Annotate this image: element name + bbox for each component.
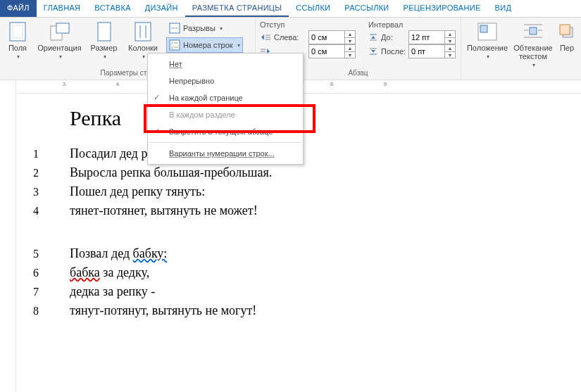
line-number: 7 bbox=[33, 282, 70, 301]
breaks-icon bbox=[169, 23, 180, 34]
svg-text:2: 2 bbox=[171, 45, 173, 49]
line-number: 1 bbox=[33, 144, 70, 163]
doc-line: 7дедка за репку - bbox=[33, 282, 581, 301]
size-label: Размер bbox=[91, 44, 118, 52]
spinner-down-icon[interactable]: ▼ bbox=[345, 52, 355, 58]
svg-rect-3 bbox=[56, 23, 69, 33]
spinner-up-icon[interactable]: ▲ bbox=[445, 31, 455, 38]
spacing-before-input[interactable] bbox=[409, 32, 444, 43]
columns-icon bbox=[132, 21, 154, 42]
line-number: 2 bbox=[33, 163, 70, 182]
svg-rect-26 bbox=[480, 25, 487, 32]
line-text: дедка за репку - bbox=[70, 282, 155, 301]
spacing-after-spinner[interactable]: ▲▼ bbox=[408, 44, 456, 58]
columns-label: Колонки bbox=[128, 44, 158, 52]
tab-bar: ФАЙЛ ГЛАВНАЯ ВСТАВКА ДИЗАЙН РАЗМЕТКА СТР… bbox=[0, 0, 581, 18]
line-numbers-label: Номера строк bbox=[183, 41, 233, 49]
spinner-up-icon[interactable]: ▲ bbox=[345, 31, 355, 38]
svg-rect-5 bbox=[135, 23, 151, 41]
line-number: 4 bbox=[33, 201, 70, 220]
spinner-down-icon[interactable]: ▼ bbox=[445, 38, 455, 44]
tab-references[interactable]: ССЫЛКИ bbox=[289, 0, 337, 17]
forward-label: Пер bbox=[560, 44, 574, 52]
line-text: бабка за дедку, bbox=[70, 263, 149, 282]
line-number: 6 bbox=[33, 263, 70, 282]
line-text: тянут-потянут, вытянуть не могут! bbox=[70, 301, 256, 320]
doc-line: 8тянут-потянут, вытянуть не могут! bbox=[33, 301, 581, 320]
svg-rect-4 bbox=[98, 23, 111, 41]
spinner-down-icon[interactable]: ▼ bbox=[345, 38, 355, 44]
chevron-down-icon: ▾ bbox=[17, 53, 20, 60]
line-text: Выросла репка большая-пребольшая. bbox=[70, 163, 272, 182]
tab-review[interactable]: РЕЦЕНЗИРОВАНИЕ bbox=[396, 0, 488, 17]
dd-separator bbox=[149, 142, 302, 143]
margins-icon bbox=[7, 21, 28, 42]
spacing-before-spinner[interactable]: ▲▼ bbox=[408, 30, 456, 44]
tab-design[interactable]: ДИЗАЙН bbox=[138, 0, 185, 17]
check-icon: ✓ bbox=[154, 93, 160, 102]
spacing-after-icon bbox=[368, 47, 378, 56]
indent-right-spinner[interactable]: ▲▼ bbox=[308, 44, 356, 58]
wrap-text-icon bbox=[523, 21, 544, 42]
orientation-label: Ориентация bbox=[37, 44, 81, 52]
margins-label: Поля bbox=[8, 44, 27, 52]
spacing-after-label: После: bbox=[381, 47, 406, 56]
arrange-group-label bbox=[466, 69, 577, 79]
tab-mailings[interactable]: РАССЫЛКИ bbox=[337, 0, 396, 17]
tab-view[interactable]: ВИД bbox=[488, 0, 519, 17]
dd-each-section[interactable]: В каждом разделе bbox=[148, 106, 303, 123]
line-numbers-button[interactable]: 12 Номера строк▾ bbox=[166, 37, 243, 53]
spacing-after-input[interactable] bbox=[409, 46, 444, 57]
indent-right-input[interactable] bbox=[309, 46, 344, 57]
doc-line: 6бабка за дедку, bbox=[33, 263, 581, 282]
chevron-down-icon: ▾ bbox=[532, 62, 535, 68]
spinner-up-icon[interactable]: ▲ bbox=[345, 45, 355, 52]
margins-button[interactable]: Поля▾ bbox=[4, 20, 31, 60]
tab-file[interactable]: ФАЙЛ bbox=[0, 0, 37, 17]
spacing-before-icon bbox=[368, 33, 378, 42]
spinner-up-icon[interactable]: ▲ bbox=[445, 45, 455, 52]
size-button[interactable]: Размер▾ bbox=[88, 20, 120, 60]
size-icon bbox=[94, 21, 115, 42]
vertical-ruler bbox=[0, 80, 16, 392]
indent-header: Отступ bbox=[260, 20, 356, 30]
line-numbers-icon: 12 bbox=[169, 39, 180, 51]
doc-line: 2Выросла репка большая-пребольшая. bbox=[33, 163, 581, 182]
dd-suppress[interactable]: ✓Запретить в текущем абзаце bbox=[148, 123, 303, 140]
chevron-down-icon: ▾ bbox=[487, 53, 489, 60]
indent-left-label: Слева: bbox=[274, 33, 306, 42]
tab-page-layout[interactable]: РАЗМЕТКА СТРАНИЦЫ bbox=[185, 0, 289, 17]
dd-none[interactable]: Нет bbox=[148, 56, 303, 72]
position-button[interactable]: Положение▾ bbox=[466, 20, 509, 60]
wrap-text-label: Обтекание текстом bbox=[512, 44, 554, 61]
wrap-text-button[interactable]: Обтекание текстом▾ bbox=[512, 20, 554, 68]
spacing-header: Интервал bbox=[368, 20, 456, 30]
chevron-down-icon: ▾ bbox=[220, 25, 223, 32]
doc-line: 1Посадил дед репку. bbox=[33, 144, 581, 163]
spinner-down-icon[interactable]: ▼ bbox=[445, 52, 455, 58]
indent-left-icon bbox=[260, 33, 271, 42]
indent-left-input[interactable] bbox=[309, 32, 344, 43]
chevron-down-icon: ▾ bbox=[237, 42, 240, 49]
line-number: 3 bbox=[33, 182, 70, 201]
ribbon: Поля▾ Ориентация▾ Размер▾ Колонки▾ Разры… bbox=[0, 18, 581, 80]
orientation-button[interactable]: Ориентация▾ bbox=[37, 20, 82, 60]
svg-rect-27 bbox=[530, 27, 537, 34]
breaks-button[interactable]: Разрывы▾ bbox=[166, 21, 243, 35]
dd-options[interactable]: Варианты нумерации строк... bbox=[148, 145, 303, 162]
spacing-before-label: До: bbox=[381, 33, 406, 42]
tab-home[interactable]: ГЛАВНАЯ bbox=[37, 0, 88, 17]
svg-rect-33 bbox=[560, 25, 570, 34]
doc-line: 4тянет-потянет, вытянуть не может! bbox=[33, 201, 581, 220]
doc-line: 3Пошел дед репку тянуть: bbox=[33, 182, 581, 201]
dd-each-page[interactable]: ✓На каждой странице bbox=[148, 89, 303, 106]
bring-forward-button[interactable]: Пер bbox=[557, 20, 577, 52]
chevron-down-icon: ▾ bbox=[104, 53, 106, 60]
dd-continuous[interactable]: Непрерывно bbox=[148, 72, 303, 89]
line-text: Позвал дед бабку: bbox=[70, 244, 167, 263]
doc-line: 5Позвал дед бабку: bbox=[33, 244, 581, 263]
orientation-icon bbox=[49, 21, 70, 42]
indent-left-spinner[interactable]: ▲▼ bbox=[308, 30, 356, 44]
tab-insert[interactable]: ВСТАВКА bbox=[87, 0, 137, 17]
line-numbers-dropdown: Нет Непрерывно ✓На каждой странице В каж… bbox=[147, 53, 304, 165]
